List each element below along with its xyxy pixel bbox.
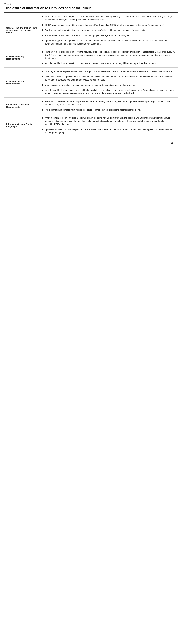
- bullet-dot-icon: [42, 24, 43, 26]
- row-label-price-transparency: Price Transparency Requirements: [4, 68, 40, 98]
- row-label-provider-directory: Provider Directory Requirements: [4, 48, 40, 68]
- table-row: Explanation of Benefits RequirementsPlan…: [4, 98, 178, 114]
- row-content-price-transparency: All non-grandfathered private health pla…: [40, 68, 178, 98]
- bullet-dot-icon: [42, 35, 43, 36]
- row-content-provider-directory: Plans must meet protocols to improve the…: [40, 48, 178, 68]
- bullet-item: Providers and facilities must give to a …: [42, 89, 176, 95]
- bullet-text: The explanation of benefits must include…: [45, 108, 176, 112]
- bullet-dot-icon: [42, 109, 43, 110]
- bullet-dot-icon: [42, 40, 43, 42]
- bullet-text: Plans must meet protocols to improve the…: [45, 50, 176, 60]
- bullet-dot-icon: [42, 84, 43, 86]
- bullet-item: Plans must provide an Advanced Explanati…: [42, 100, 176, 106]
- bullet-item: All non-grandfathered private health pla…: [42, 70, 176, 73]
- table-row: Provider Directory RequirementsPlans mus…: [4, 48, 178, 68]
- bullet-item: The explanation of benefits must include…: [42, 108, 176, 112]
- row-content-eob: Plans must provide an Advanced Explanati…: [40, 98, 178, 114]
- bullet-text: Upon request, health plans must provide …: [45, 128, 176, 134]
- bullet-item: Upon request, health plans must provide …: [42, 128, 176, 134]
- bullet-item: Enrollee health plan identification card…: [42, 29, 176, 32]
- table-label: Table 9: [4, 3, 178, 5]
- bullet-dot-icon: [42, 76, 43, 78]
- table-row: Information in Non-English LanguagesWhen…: [4, 114, 178, 137]
- row-content-general-plan: All private health plans must provide a …: [40, 12, 178, 48]
- row-label-general-plan: General Plan Information Plans Are Requi…: [4, 12, 40, 48]
- page-title: Disclosure of Information to Enrollees a…: [4, 6, 178, 10]
- bullet-item: Plans must meet protocols to improve the…: [42, 50, 176, 60]
- bullet-item: When a certain share of enrollees are li…: [42, 116, 176, 126]
- bullet-item: Most hospitals must post similar price i…: [42, 84, 176, 87]
- bullet-item: Upon request, plans must provide to enro…: [42, 39, 176, 46]
- bullet-dot-icon: [42, 71, 43, 72]
- bullet-item: Individual tax forms must include the to…: [42, 34, 176, 37]
- bullet-text: All private health plans must provide a …: [45, 15, 176, 21]
- bullet-text: Providers and facilities must give to a …: [45, 89, 176, 95]
- bullet-text: When a certain share of enrollees are li…: [45, 116, 176, 126]
- bullet-item: ERISA plans are also required to provide…: [42, 24, 176, 26]
- row-content-non-english: When a certain share of enrollees are li…: [40, 114, 178, 137]
- table-row: Price Transparency RequirementsAll non-g…: [4, 68, 178, 98]
- bullet-dot-icon: [42, 117, 43, 119]
- bullet-dot-icon: [42, 16, 43, 17]
- bullet-dot-icon: [42, 30, 43, 31]
- bullet-text: These plans must also provide a self-ser…: [45, 75, 176, 82]
- row-label-eob: Explanation of Benefits Requirements: [4, 98, 40, 114]
- bullet-dot-icon: [42, 51, 43, 52]
- bullet-item: Providers and facilities must refund con…: [42, 62, 176, 65]
- bullet-dot-icon: [42, 101, 43, 102]
- bullet-item: All private health plans must provide a …: [42, 15, 176, 21]
- table-row: General Plan Information Plans Are Requi…: [4, 12, 178, 48]
- bullet-text: Most hospitals must post similar price i…: [45, 84, 176, 87]
- bullet-text: ERISA plans are also required to provide…: [45, 24, 176, 26]
- kff-logo: KFF: [4, 141, 178, 145]
- main-table: General Plan Information Plans Are Requi…: [4, 12, 178, 137]
- bullet-dot-icon: [42, 90, 43, 91]
- bullet-text: Providers and facilities must refund con…: [45, 62, 176, 65]
- bullet-text: All non-grandfathered private health pla…: [45, 70, 176, 73]
- row-label-non-english: Information in Non-English Languages: [4, 114, 40, 137]
- bullet-text: Plans must provide an Advanced Explanati…: [45, 100, 176, 106]
- bullet-text: Enrollee health plan identification card…: [45, 29, 176, 32]
- bullet-dot-icon: [42, 129, 43, 130]
- bullet-text: Upon request, plans must provide to enro…: [45, 39, 176, 46]
- bullet-dot-icon: [42, 62, 43, 64]
- bullet-text: Individual tax forms must include the to…: [45, 34, 176, 37]
- bullet-item: These plans must also provide a self-ser…: [42, 75, 176, 82]
